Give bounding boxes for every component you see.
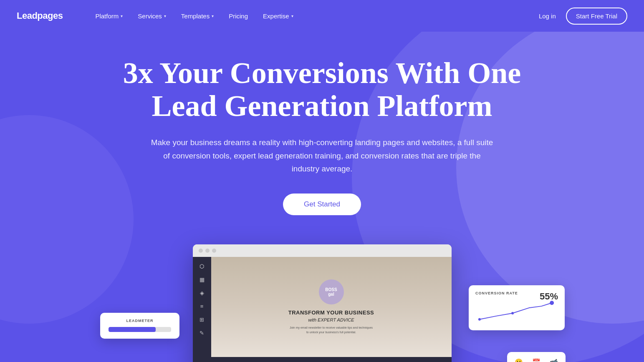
browser-dot-red — [199, 249, 203, 253]
hero-content: 3x Your Conversions With One Lead Genera… — [122, 57, 523, 240]
browser-bar — [193, 244, 452, 257]
nav-item-pricing[interactable]: Pricing — [221, 13, 255, 20]
logo[interactable]: Leadpages — [17, 10, 63, 21]
editor-sidebar: ⬡ ▦ ◈ ≡ ⊞ ✎ — [193, 257, 211, 357]
page-body-text: Join my email newsletter to receive valu… — [290, 326, 373, 334]
layers-icon[interactable]: ⬡ — [197, 261, 207, 271]
nav-links: Platform ▾ Services ▾ Templates ▾ Pricin… — [88, 13, 538, 20]
chevron-down-icon: ▾ — [212, 14, 214, 18]
browser-mockup: ⬡ ▦ ◈ ≡ ⊞ ✎ BOSS gal TRANSFORM YOUR BUSI… — [193, 244, 452, 362]
grid-icon[interactable]: ⊞ — [197, 314, 207, 324]
leadmeter-bar-track — [109, 327, 171, 332]
browser-dot-green — [212, 249, 216, 253]
page-subheadline: with EXPERT ADVICE — [308, 317, 354, 322]
svg-point-1 — [511, 312, 514, 314]
pencil-icon[interactable]: ✎ — [197, 328, 207, 338]
calendar-icon[interactable]: 📅 — [530, 356, 542, 362]
start-free-trial-button[interactable]: Start Free Trial — [566, 8, 627, 25]
boss-gal-badge: BOSS gal — [319, 279, 344, 304]
leadmeter-label: LEADMETER — [109, 319, 171, 323]
nav-item-expertise[interactable]: Expertise ▾ — [255, 13, 301, 20]
preview-wrapper: LEADMETER ⬡ ▦ ◈ ≡ ⊞ ✎ — [17, 244, 627, 362]
conversion-chart — [475, 299, 558, 324]
page-preview: BOSS gal TRANSFORM YOUR BUSINESS with EX… — [211, 257, 452, 357]
get-started-button[interactable]: Get Started — [283, 194, 361, 215]
hero-section: 3x Your Conversions With One Lead Genera… — [0, 32, 644, 362]
nav-item-services[interactable]: Services ▾ — [130, 13, 174, 20]
navigation: Leadpages Platform ▾ Services ▾ Template… — [0, 0, 644, 32]
leadmeter-widget: LEADMETER — [100, 313, 179, 339]
conversion-widget: CONVERSION RATE 55% — [469, 285, 565, 330]
nav-item-platform[interactable]: Platform ▾ — [88, 13, 130, 20]
emoji-icon[interactable]: 🙂 — [513, 356, 525, 362]
page-preview-bg: BOSS gal TRANSFORM YOUR BUSINESS with EX… — [211, 257, 452, 357]
login-button[interactable]: Log in — [539, 13, 556, 20]
conversion-percentage: 55% — [540, 291, 558, 302]
hero-subtitle: Make your business dreams a reality with… — [151, 136, 493, 175]
browser-content: ⬡ ▦ ◈ ≡ ⊞ ✎ BOSS gal TRANSFORM YOUR BUSI… — [193, 257, 452, 357]
conversion-label: CONVERSION RATE — [475, 291, 518, 295]
tools-widget: 🙂 📅 📹 — [507, 352, 566, 362]
nav-right: Log in Start Free Trial — [539, 8, 627, 25]
chevron-down-icon: ▾ — [121, 14, 123, 18]
video-icon[interactable]: 📹 — [548, 356, 560, 362]
chevron-down-icon: ▾ — [291, 14, 293, 18]
nav-item-templates[interactable]: Templates ▾ — [174, 13, 221, 20]
layout-icon[interactable]: ▦ — [197, 274, 207, 284]
page-headline: TRANSFORM YOUR BUSINESS — [288, 309, 374, 316]
hero-title: 3x Your Conversions With One Lead Genera… — [122, 57, 523, 123]
chevron-down-icon: ▾ — [164, 14, 166, 18]
leadmeter-bar-fill — [109, 327, 156, 332]
browser-dot-yellow — [205, 249, 210, 253]
menu-icon[interactable]: ≡ — [197, 301, 207, 311]
badge-line1: BOSS — [325, 287, 337, 292]
badge-line2: gal — [328, 292, 334, 297]
editor-bottom-toolbar: 🖼 ≡ ⚙ — [193, 357, 452, 362]
widgets-icon[interactable]: ◈ — [197, 288, 207, 298]
svg-point-0 — [478, 318, 481, 321]
